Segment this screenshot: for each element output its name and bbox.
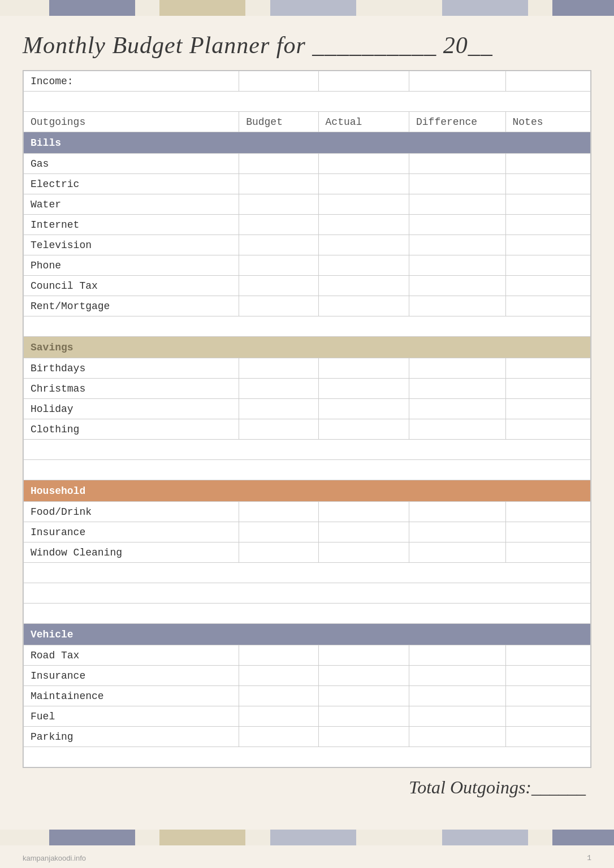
spacer-savings-2 xyxy=(24,460,591,480)
birthdays-budget xyxy=(239,358,318,379)
clothing-actual xyxy=(318,419,409,440)
spacer-household-1 xyxy=(24,563,591,583)
bot-seg-9 xyxy=(528,830,552,845)
fuel-diff xyxy=(409,706,506,727)
item-maintainence: Maintainence xyxy=(24,686,239,706)
phone-diff xyxy=(409,255,506,276)
bot-seg-6 xyxy=(270,830,356,845)
phone-notes xyxy=(505,255,590,276)
budget-table: Income: Outgoings Budget Actual Differen… xyxy=(23,71,591,767)
insurance-h-actual xyxy=(318,522,409,542)
item-birthdays: Birthdays xyxy=(24,358,239,379)
bar-seg-3 xyxy=(135,0,159,16)
tv-actual xyxy=(318,235,409,255)
spacer-cell-1 xyxy=(24,92,591,112)
table-row: Rent/Mortgage xyxy=(24,296,591,316)
income-label: Income: xyxy=(24,71,239,92)
total-label: Total Outgoings:______ xyxy=(409,777,586,797)
table-row: Gas xyxy=(24,154,591,174)
internet-notes xyxy=(505,215,590,235)
col-header-budget: Budget xyxy=(239,112,318,132)
bar-seg-9 xyxy=(528,0,552,16)
holiday-notes xyxy=(505,399,590,419)
fuel-notes xyxy=(505,706,590,727)
bar-seg-4 xyxy=(159,0,245,16)
bar-seg-1 xyxy=(0,0,49,16)
item-fuel: Fuel xyxy=(24,706,239,727)
bot-seg-5 xyxy=(245,830,270,845)
parking-notes xyxy=(505,727,590,747)
bot-seg-3 xyxy=(135,830,159,845)
table-row: Food/Drink xyxy=(24,502,591,522)
spacer-row-savings-1 xyxy=(24,440,591,460)
table-row: Council Tax xyxy=(24,276,591,296)
income-actual xyxy=(318,71,409,92)
food-budget xyxy=(239,502,318,522)
table-row: Television xyxy=(24,235,591,255)
item-window-cleaning: Window Cleaning xyxy=(24,542,239,563)
fuel-actual xyxy=(318,706,409,727)
christmas-budget xyxy=(239,379,318,399)
window-actual xyxy=(318,542,409,563)
spacer-row-household-2 xyxy=(24,583,591,604)
bottom-decorative-bar xyxy=(0,830,614,845)
insurance-v-diff xyxy=(409,666,506,686)
spacer-household-3 xyxy=(24,604,591,624)
christmas-actual xyxy=(318,379,409,399)
spacer-row-household-3 xyxy=(24,604,591,624)
food-diff xyxy=(409,502,506,522)
food-actual xyxy=(318,502,409,522)
spacer-row-end xyxy=(24,747,591,767)
table-row: Insurance xyxy=(24,666,591,686)
water-budget xyxy=(239,194,318,215)
rent-notes xyxy=(505,296,590,316)
parking-diff xyxy=(409,727,506,747)
item-christmas: Christmas xyxy=(24,379,239,399)
window-budget xyxy=(239,542,318,563)
table-row: Internet xyxy=(24,215,591,235)
bar-seg-5 xyxy=(245,0,270,16)
col-header-outgoings: Outgoings xyxy=(24,112,239,132)
road-tax-notes xyxy=(505,645,590,666)
spacer-savings-1 xyxy=(24,440,591,460)
page-number: 1 xyxy=(587,854,591,862)
tv-budget xyxy=(239,235,318,255)
item-television: Television xyxy=(24,235,239,255)
bot-seg-2 xyxy=(49,830,135,845)
rent-actual xyxy=(318,296,409,316)
item-insurance-vehicle: Insurance xyxy=(24,666,239,686)
bot-seg-8 xyxy=(442,830,528,845)
internet-diff xyxy=(409,215,506,235)
bot-seg-4 xyxy=(159,830,245,845)
table-row: Birthdays xyxy=(24,358,591,379)
maint-diff xyxy=(409,686,506,706)
table-row: Road Tax xyxy=(24,645,591,666)
food-notes xyxy=(505,502,590,522)
internet-budget xyxy=(239,215,318,235)
phone-actual xyxy=(318,255,409,276)
item-food-drink: Food/Drink xyxy=(24,502,239,522)
item-parking: Parking xyxy=(24,727,239,747)
tv-notes xyxy=(505,235,590,255)
item-electric: Electric xyxy=(24,174,239,194)
budget-table-container: Income: Outgoings Budget Actual Differen… xyxy=(23,70,591,768)
bot-seg-10 xyxy=(552,830,614,845)
council-diff xyxy=(409,276,506,296)
item-gas: Gas xyxy=(24,154,239,174)
table-row: Window Cleaning xyxy=(24,542,591,563)
clothing-budget xyxy=(239,419,318,440)
spacer-end xyxy=(24,747,591,767)
table-row: Holiday xyxy=(24,399,591,419)
insurance-h-notes xyxy=(505,522,590,542)
road-tax-budget xyxy=(239,645,318,666)
item-clothing: Clothing xyxy=(24,419,239,440)
household-label: Household xyxy=(24,480,591,502)
gas-notes xyxy=(505,154,590,174)
birthdays-diff xyxy=(409,358,506,379)
christmas-notes xyxy=(505,379,590,399)
internet-actual xyxy=(318,215,409,235)
bot-seg-1 xyxy=(0,830,49,845)
holiday-diff xyxy=(409,399,506,419)
bar-seg-6 xyxy=(270,0,356,16)
table-row: Maintainence xyxy=(24,686,591,706)
